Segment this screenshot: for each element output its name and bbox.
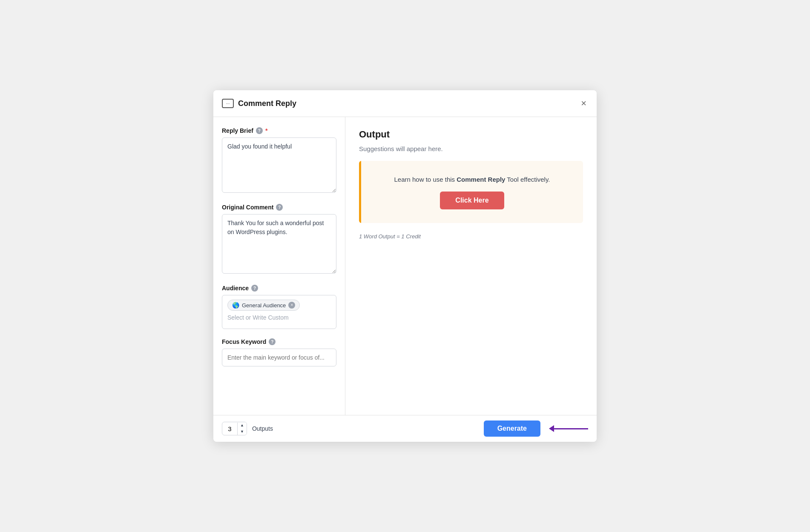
original-comment-group: Original Comment ? <box>222 204 336 275</box>
original-comment-label: Original Comment ? <box>222 204 336 211</box>
info-box: Learn how to use this Comment Reply Tool… <box>359 161 583 223</box>
left-panel: Reply Brief ? * Original Comment ? Audie… <box>213 117 345 415</box>
focus-keyword-label: Focus Keyword ? <box>222 338 336 345</box>
modal-footer: 3 ▲ ▼ Outputs Generate <box>213 415 597 442</box>
credit-note: 1 Word Output = 1 Credit <box>359 233 583 240</box>
required-indicator: * <box>265 127 267 134</box>
right-panel: Output Suggestions will appear here. Lea… <box>345 117 597 415</box>
modal-container: ··· Comment Reply × Reply Brief ? * Orig… <box>213 90 597 442</box>
outputs-label: Outputs <box>252 425 273 432</box>
app-icon: ··· <box>222 99 234 108</box>
audience-group: Audience ? 🌎 General Audience × Select o… <box>222 285 336 329</box>
close-button[interactable]: × <box>579 97 588 110</box>
audience-tag-remove-button[interactable]: × <box>288 302 295 309</box>
output-title: Output <box>359 129 583 140</box>
audience-tag-label: General Audience <box>242 302 286 309</box>
generate-button[interactable]: Generate <box>484 420 540 437</box>
audience-tag: 🌎 General Audience × <box>227 300 300 311</box>
output-subtitle: Suggestions will appear here. <box>359 145 583 152</box>
reply-brief-group: Reply Brief ? * <box>222 127 336 194</box>
reply-brief-label: Reply Brief ? * <box>222 127 336 134</box>
globe-icon: 🌎 <box>232 302 239 309</box>
focus-keyword-help-icon[interactable]: ? <box>269 338 276 345</box>
stepper-down-button[interactable]: ▼ <box>238 429 247 435</box>
info-box-text: Learn how to use this Comment Reply Tool… <box>394 174 550 185</box>
modal-body: Reply Brief ? * Original Comment ? Audie… <box>213 117 597 415</box>
modal-title: Comment Reply <box>238 99 579 108</box>
outputs-value: 3 <box>222 423 238 435</box>
focus-keyword-group: Focus Keyword ? <box>222 338 336 366</box>
reply-brief-help-icon[interactable]: ? <box>256 127 263 134</box>
reply-brief-input[interactable] <box>222 137 336 193</box>
arrow-head <box>549 425 554 432</box>
click-here-button[interactable]: Click Here <box>440 192 504 209</box>
outputs-stepper: 3 ▲ ▼ <box>222 422 247 435</box>
stepper-controls: ▲ ▼ <box>238 422 247 435</box>
original-comment-help-icon[interactable]: ? <box>276 204 283 211</box>
info-box-content: Learn how to use this Comment Reply Tool… <box>361 161 583 223</box>
modal-header: ··· Comment Reply × <box>213 90 597 117</box>
original-comment-input[interactable] <box>222 214 336 274</box>
arrow-indicator <box>549 425 588 432</box>
focus-keyword-input[interactable] <box>222 349 336 366</box>
audience-placeholder: Select or Write Custom <box>227 314 331 321</box>
stepper-up-button[interactable]: ▲ <box>238 422 247 429</box>
audience-input-box[interactable]: 🌎 General Audience × Select or Write Cus… <box>222 295 336 329</box>
arrow-line <box>554 428 588 429</box>
audience-help-icon[interactable]: ? <box>251 285 258 292</box>
audience-label: Audience ? <box>222 285 336 292</box>
